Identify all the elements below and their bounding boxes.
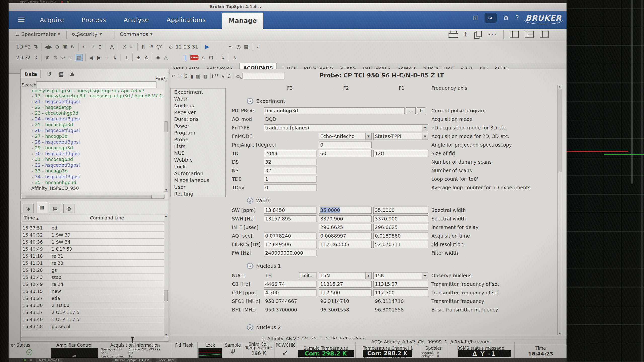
time-cell[interactable]: Time 16:44:23 May 26	[514, 342, 567, 358]
param-input[interactable]: 117.500	[373, 289, 428, 296]
param-select[interactable]: 15N▼	[319, 272, 372, 279]
amplifier-control-cell[interactable]: Amplifier Control 1H	[50, 342, 99, 358]
menu-item-analyse[interactable]: Analyse	[122, 16, 150, 24]
log-row[interactable]: 16:43:302 TD 60	[22, 302, 164, 309]
shim-coil-temperature-cell[interactable]: Shim CoilTemperature 296 K	[243, 342, 274, 358]
param-select[interactable]: 15N▼	[373, 272, 428, 279]
param-input[interactable]: 60	[319, 150, 372, 157]
param-input[interactable]: 296.6625	[319, 224, 372, 231]
log-row-clipped[interactable]	[22, 221, 164, 224]
param-input[interactable]: 12.849506	[264, 241, 316, 248]
lock-cell[interactable]: Lock	[197, 342, 223, 358]
retrieve-icon[interactable]: R	[140, 43, 146, 50]
param-input[interactable]: 52.670311	[373, 241, 428, 248]
section-header-width[interactable]: ∧Width	[247, 196, 559, 205]
log-row[interactable]: 16:43:401 O1P 117.5	[22, 316, 164, 323]
chevron-down-icon[interactable]: ▼	[422, 125, 428, 131]
param-input[interactable]: 32	[264, 167, 316, 174]
spooler-cell[interactable]: Spooler queued:0 delayed:0 cron:0	[420, 342, 447, 358]
temperature-channel1-cell[interactable]: Temperature Channel 1 Corr. 298.2 K (Mea…	[355, 342, 420, 358]
log-row[interactable]: 16:40:321 SW 39	[22, 232, 164, 239]
halt-icon[interactable]: ‖	[182, 54, 188, 61]
menu-item-acquire[interactable]: Acquire	[38, 16, 65, 24]
app-grid-icon[interactable]: ⊞	[472, 14, 478, 22]
category-lock[interactable]: Lock	[171, 163, 225, 170]
param-input[interactable]: 11315.27	[319, 281, 372, 288]
zoom-box-icon[interactable]: ▫	[68, 54, 74, 61]
e-button[interactable]: E	[417, 107, 425, 114]
category-durations[interactable]: Durations	[171, 116, 225, 122]
cube-3d-icon[interactable]: ◇	[168, 43, 174, 50]
param-input[interactable]: 35.0000	[319, 207, 372, 214]
category-probe[interactable]: Probe	[171, 136, 225, 143]
taskbar-item-terminal[interactable]: Mate Terminal	[36, 358, 63, 362]
tools-icon[interactable]: ≈	[485, 13, 497, 23]
log-horizontal-scrollbar[interactable]	[22, 337, 164, 341]
shim-tool-icon[interactable]: ⌂	[200, 54, 206, 61]
export-icon[interactable]: ↥	[463, 31, 468, 38]
plane-31-icon[interactable]: 31	[192, 43, 198, 50]
tab-data[interactable]: Data	[21, 70, 41, 78]
category-nucleus[interactable]: Nucleus	[171, 102, 225, 109]
param-input[interactable]: 0.0189860	[373, 233, 428, 239]
pulldown-icon[interactable]: ↓	[255, 43, 261, 50]
log-vertical-scrollbar[interactable]: ▲ ▼	[164, 214, 168, 336]
annotation-icon[interactable]: A	[143, 54, 149, 61]
stop-icon[interactable]: STOP	[190, 55, 198, 60]
acq-timer-icon[interactable]: ◷	[235, 43, 242, 50]
column-time[interactable]: Time ▲	[22, 214, 50, 221]
category-experiment[interactable]: Experiment	[171, 88, 225, 95]
pan-free-icon[interactable]: +	[104, 54, 110, 61]
grab-mode-icon[interactable]: ↺	[148, 43, 154, 50]
scroll-last-icon[interactable]: ⇥	[89, 43, 95, 50]
tree-item-clipped[interactable]: noesyhsqcetgp3d - noesyhsqcetgp3d / Apo …	[22, 89, 165, 93]
log-row[interactable]: 16:43:58pulsecal	[22, 323, 164, 330]
tab-command-log-icon[interactable]: ▨	[36, 202, 47, 213]
tree-item[interactable]: ›35 - hncannhgp3d	[22, 179, 165, 185]
param-input[interactable]: 128	[373, 150, 428, 157]
expno-grid-icon[interactable]: ▦	[58, 71, 63, 77]
param-input[interactable]: 2048	[264, 150, 316, 157]
cursor-x-icon[interactable]: ·X	[121, 43, 127, 50]
tree-item[interactable]: ›28 - hsqcedetf3gpsi	[22, 139, 165, 145]
log-row[interactable]: 16:42:28gs	[22, 267, 164, 274]
tree-item[interactable]: ›30 - hsqcedetf3gpsi	[22, 151, 165, 156]
rotate-y-icon[interactable]: Çʸ	[156, 43, 162, 50]
log-row[interactable]: 16:41:31re 33	[22, 260, 164, 267]
gear-icon[interactable]: ⚙	[503, 14, 509, 22]
param-input[interactable]: 32	[264, 159, 316, 165]
bsms-status-cell[interactable]: BSMS status message Δ Y -1	[447, 342, 514, 358]
compress-vert-icon[interactable]: ⇳	[33, 54, 39, 61]
shift-down-icon[interactable]: ↧	[112, 54, 118, 61]
pan-right-icon[interactable]: ▶	[96, 54, 102, 61]
sample-temperature-cell[interactable]: Sample Temperature Corr. 298.2 K On ✓ Re…	[296, 342, 355, 358]
param-input[interactable]: 0	[264, 184, 316, 191]
divide-2-icon[interactable]: /2	[25, 54, 31, 61]
log-row[interactable]: 16:40:361 SW 34	[22, 239, 164, 246]
chevron-down-icon[interactable]: ▼	[422, 133, 428, 140]
category-user[interactable]: User	[171, 184, 225, 190]
baseline-icon[interactable]: ⊥	[124, 54, 130, 61]
gain-tool-icon[interactable]: ⊟	[208, 54, 214, 61]
scroll-thumb[interactable]	[165, 290, 168, 301]
category-power[interactable]: Power	[171, 122, 225, 129]
log-row[interactable]: 16:40:491 O1P 59	[22, 246, 164, 253]
category-wobble[interactable]: Wobble	[171, 156, 225, 163]
log-row[interactable]: 16:43:27eda	[22, 295, 164, 302]
expand-vert-icon[interactable]: ⇅	[33, 43, 39, 50]
copy-icon[interactable]	[474, 31, 482, 38]
tree-item[interactable]: ›31 - hncocagp3d	[22, 156, 165, 162]
category-program[interactable]: Program	[171, 129, 225, 136]
scroll-thumb[interactable]	[26, 195, 152, 198]
param-input[interactable]: 112.363335	[319, 241, 372, 248]
param-input[interactable]: 240000000.000	[264, 250, 316, 256]
edit-button[interactable]: Edit...	[299, 272, 316, 279]
param-input[interactable]: 13157.895	[264, 215, 316, 222]
acquisition-information-cell[interactable]: Acquisition information Name/Expno:Affin…	[99, 342, 171, 358]
param-input[interactable]: 296.6625	[373, 224, 428, 231]
tab-edit-icon[interactable]: ▤	[50, 204, 61, 213]
log-row[interactable]: 16:42:49re 24	[22, 281, 164, 288]
powchk-cell[interactable]: POWCHK ✓	[274, 342, 296, 358]
layout-grid-icon[interactable]	[525, 31, 534, 38]
category-receiver[interactable]: Receiver	[171, 109, 225, 116]
